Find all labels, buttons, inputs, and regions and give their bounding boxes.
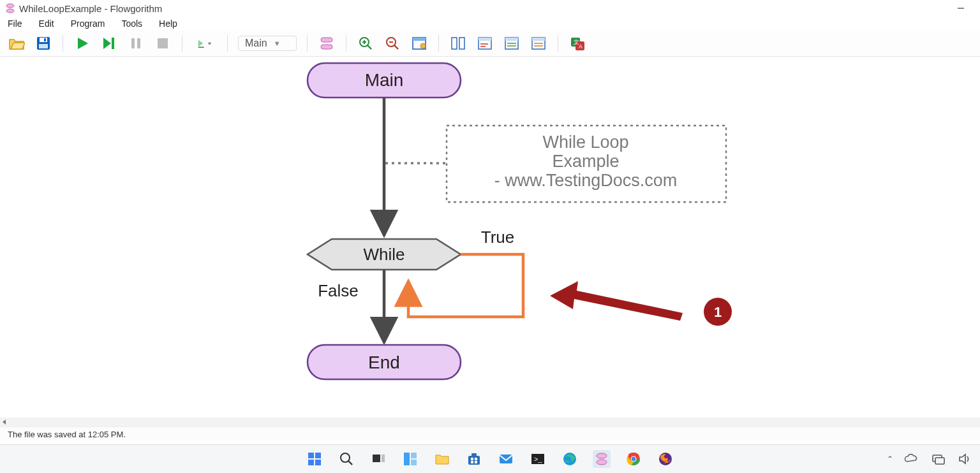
annotation-arrow [550,281,683,321]
menu-help[interactable]: Help [158,17,179,30]
node-end[interactable]: End [308,345,461,379]
svg-rect-66 [373,455,380,462]
export-translate-button[interactable]: 文A [568,34,586,52]
pause-button[interactable] [127,34,145,52]
svg-point-64 [341,453,350,462]
flowgorithm-taskbar-icon[interactable] [593,450,611,468]
microsoft-store-icon[interactable] [465,450,483,468]
svg-rect-68 [404,453,410,465]
menu-tools[interactable]: Tools [120,17,144,30]
svg-marker-7 [78,38,88,49]
label-false: False [318,281,359,300]
function-select-dropdown[interactable]: Main ▼ [238,36,297,51]
svg-rect-60 [308,453,314,458]
svg-text:1: 1 [714,304,722,320]
minimize-button[interactable] [947,0,975,17]
status-text: The file was saved at 12:05 PM. [8,430,126,439]
svg-text:While Loop: While Loop [542,133,628,152]
svg-point-0 [6,4,14,8]
speed-dropdown-button[interactable] [193,34,217,52]
svg-rect-63 [315,460,321,465]
step-button[interactable] [100,34,118,52]
svg-rect-26 [413,38,426,41]
chevron-down-icon: ▼ [274,40,281,47]
function-manager-button[interactable] [318,34,336,52]
firefox-icon[interactable] [657,450,674,468]
svg-rect-77 [500,455,512,463]
svg-rect-17 [321,45,332,49]
start-button[interactable] [306,450,323,468]
svg-marker-8 [103,38,111,49]
svg-rect-9 [112,38,114,49]
svg-marker-13 [198,40,204,47]
search-button[interactable] [338,450,355,468]
svg-rect-11 [137,38,140,48]
svg-rect-72 [471,453,477,456]
svg-text:>_: >_ [534,455,542,463]
svg-line-65 [348,461,352,465]
zoom-in-button[interactable] [357,34,375,52]
toolbar-separator [346,35,346,52]
svg-rect-61 [315,453,321,458]
open-file-button[interactable] [8,34,26,52]
svg-rect-88 [935,458,944,464]
variable-watch-button[interactable] [503,34,521,52]
node-while[interactable]: While [308,239,461,270]
run-button[interactable] [73,34,91,52]
toolbar-separator [63,35,63,52]
menu-file[interactable]: File [6,17,24,30]
svg-marker-59 [3,419,6,425]
svg-rect-4 [40,38,47,42]
menu-program[interactable]: Program [70,17,107,30]
svg-line-23 [394,45,398,49]
svg-marker-15 [208,43,211,45]
flowchart-canvas[interactable]: Main While Loop Example - www.TestingDoc… [0,57,980,418]
zoom-out-button[interactable] [383,34,401,52]
terminal-icon[interactable]: >_ [529,450,547,468]
toolbar-separator [182,35,182,52]
svg-text:End: End [368,353,400,372]
svg-rect-16 [321,38,332,42]
source-code-viewer-button[interactable] [530,34,547,52]
toolbar-separator [558,35,558,52]
toolbar-separator [227,35,228,52]
node-comment[interactable]: While Loop Example - www.TestingDocs.com [447,126,726,202]
svg-rect-6 [39,44,48,48]
chrome-icon[interactable] [625,450,642,468]
window-title-bar: WhileLoopExample - Flowgorithm [0,0,980,17]
flowgorithm-app-icon [5,3,15,13]
layout-windows-button[interactable] [410,34,428,52]
tray-chevron-icon[interactable]: ⌃ [887,455,893,463]
svg-rect-28 [452,38,457,49]
widgets-button[interactable] [401,450,419,468]
svg-text:Example: Example [552,152,619,171]
svg-rect-10 [131,38,135,48]
svg-rect-39 [532,38,545,41]
menu-edit[interactable]: Edit [38,17,56,30]
console-window-button[interactable] [476,34,494,52]
node-main[interactable]: Main [308,63,461,98]
svg-text:Main: Main [365,70,404,90]
tray-network-icon[interactable] [929,450,947,468]
svg-text:A: A [579,43,583,50]
file-explorer-icon[interactable] [433,450,451,468]
mail-icon[interactable] [497,450,515,468]
task-view-button[interactable] [369,450,387,468]
svg-rect-71 [468,456,480,465]
svg-point-85 [632,457,636,462]
menu-bar: File Edit Program Tools Help [0,17,980,31]
layout-split-button[interactable] [449,34,467,52]
tray-onedrive-icon[interactable] [902,450,920,468]
status-bar: The file was saved at 12:05 PM. [0,426,980,441]
save-button[interactable] [34,34,52,52]
svg-rect-73 [471,458,473,460]
tray-volume-icon[interactable] [956,450,974,468]
svg-rect-76 [475,461,477,463]
svg-rect-67 [382,455,385,462]
svg-rect-62 [308,460,314,465]
svg-rect-5 [44,38,46,41]
stop-button[interactable] [154,34,172,52]
edge-browser-icon[interactable] [561,450,579,468]
svg-rect-75 [471,461,473,463]
horizontal-scrollbar[interactable] [0,418,980,426]
